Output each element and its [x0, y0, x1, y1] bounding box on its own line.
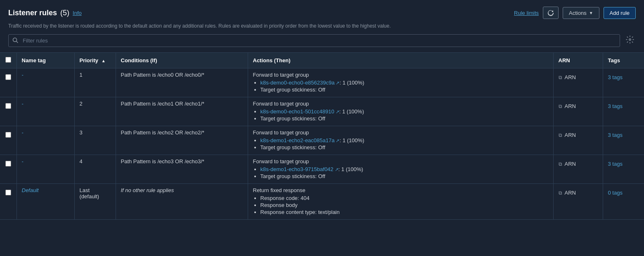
row2-condition-text: Path Pattern is /echo1 OR /echo1/*: [121, 101, 204, 107]
row1-arn: ⧉ ARN: [553, 68, 603, 97]
refresh-button[interactable]: [543, 7, 559, 19]
row1-priority: 1: [74, 68, 116, 97]
row4-action-title: Forward to target group: [253, 158, 548, 164]
count-badge: (5): [60, 9, 69, 17]
row2-priority: 2: [74, 97, 116, 126]
rule-limits-link[interactable]: Rule limits: [514, 10, 539, 16]
row5-tags-link[interactable]: 0 tags: [608, 190, 639, 196]
row2-name-link[interactable]: -: [22, 101, 24, 107]
row2-checkbox[interactable]: [5, 103, 11, 109]
row4-arn-text: ARN: [565, 161, 576, 167]
row2-stickiness-item: Target group stickiness: Off: [260, 115, 548, 122]
table-row: Default Last (default) If no other rule …: [0, 184, 644, 220]
row1-name-tag: -: [17, 68, 74, 97]
row4-name-tag: -: [17, 155, 74, 184]
row1-tags-link[interactable]: 3 tags: [608, 74, 639, 80]
conditions-label: Conditions (If): [121, 57, 157, 63]
row2-target-item: k8s-demo0-echo1-501cc48910↗: 1 (100%): [260, 108, 548, 115]
header-priority[interactable]: Priority ▲: [74, 53, 116, 68]
row3-arn-text: ARN: [565, 132, 576, 138]
row2-name-tag: -: [17, 97, 74, 126]
row1-checkbox[interactable]: [5, 74, 11, 80]
arn-label: ARN: [559, 57, 570, 63]
row2-tags-link[interactable]: 3 tags: [608, 103, 639, 109]
description-text: Traffic received by the listener is rout…: [0, 23, 644, 34]
add-rule-button[interactable]: Add rule: [604, 7, 636, 19]
row4-checkbox-cell: [0, 155, 17, 184]
header-arn: ARN: [553, 53, 603, 68]
row1-condition: Path Pattern is /echo0 OR /echo0/*: [116, 68, 248, 97]
row3-tags-link[interactable]: 3 tags: [608, 132, 639, 138]
row4-checkbox[interactable]: [5, 161, 11, 167]
row1-action-title: Forward to target group: [253, 72, 548, 78]
row5-checkbox-cell: [0, 184, 17, 220]
header-name-tag: Name tag: [17, 53, 74, 68]
row4-name-link[interactable]: -: [22, 158, 24, 164]
row4-stickiness-item: Target group stickiness: Off: [260, 173, 548, 179]
row2-tags: 3 tags: [603, 97, 644, 126]
header-right: Rule limits Actions ▼ Add rule: [514, 7, 636, 19]
page-title: Listener rules: [8, 9, 57, 17]
page-header: Listener rules (5) Info Rule limits Acti…: [0, 0, 644, 23]
row5-checkbox[interactable]: [5, 190, 11, 195]
priority-label: Priority: [80, 57, 99, 63]
search-input[interactable]: [8, 34, 620, 47]
row5-tags: 0 tags: [603, 184, 644, 220]
copy-icon[interactable]: ⧉: [559, 161, 562, 167]
row2-target-link[interactable]: k8s-demo0-echo1-501cc48910: [260, 108, 334, 115]
row1-checkbox-cell: [0, 68, 17, 97]
copy-icon[interactable]: ⧉: [559, 190, 562, 196]
row3-condition: Path Pattern is /echo2 OR /echo2/*: [116, 126, 248, 155]
select-all-checkbox[interactable]: [5, 57, 11, 63]
search-container: [8, 34, 620, 47]
table-wrapper: Name tag Priority ▲ Conditions (If) Acti…: [0, 52, 644, 220]
row4-condition-text: Path Pattern is /echo3 OR /echo3/*: [121, 158, 204, 164]
row4-target-link[interactable]: k8s-demo1-echo3-9715baf042: [260, 166, 334, 172]
external-link-icon: ↗: [335, 167, 339, 172]
settings-icon[interactable]: [624, 34, 636, 47]
copy-icon[interactable]: ⧉: [559, 75, 562, 80]
rules-table: Name tag Priority ▲ Conditions (If) Acti…: [0, 53, 644, 220]
actions-label: Actions: [569, 10, 587, 16]
row3-action-title: Forward to target group: [253, 129, 548, 136]
row2-condition: Path Pattern is /echo1 OR /echo1/*: [116, 97, 248, 126]
row4-priority: 4: [74, 155, 116, 184]
row5-arn: ⧉ ARN: [553, 184, 603, 220]
copy-icon[interactable]: ⧉: [559, 103, 562, 109]
row5-response-content: Response content type: text/plain: [260, 209, 548, 215]
row1-arn-text: ARN: [565, 74, 576, 80]
row3-priority: 3: [74, 126, 116, 155]
header-left: Listener rules (5) Info: [8, 9, 82, 17]
table-header-row: Name tag Priority ▲ Conditions (If) Acti…: [0, 53, 644, 68]
table-row: - 4 Path Pattern is /echo3 OR /echo3/* F…: [0, 155, 644, 184]
row3-name-tag: -: [17, 126, 74, 155]
row1-stickiness-item: Target group stickiness: Off: [260, 87, 548, 93]
row4-priority-value: 4: [80, 158, 83, 164]
actions-then-label: Actions (Then): [253, 57, 291, 63]
row3-target-link[interactable]: k8s-demo1-echo2-eac085a17a: [260, 137, 335, 143]
row5-action-title: Return fixed response: [253, 187, 548, 193]
header-checkbox-cell: [0, 53, 17, 68]
row5-priority-sub: (default): [80, 193, 111, 200]
row4-tags: 3 tags: [603, 155, 644, 184]
row1-tags: 3 tags: [603, 68, 644, 97]
actions-button[interactable]: Actions ▼: [563, 7, 599, 19]
info-link[interactable]: Info: [73, 10, 82, 16]
name-tag-label: Name tag: [22, 57, 46, 63]
row3-tags: 3 tags: [603, 126, 644, 155]
row3-name-link[interactable]: -: [22, 129, 24, 136]
tags-label: Tags: [608, 57, 620, 63]
row5-response-body: Response body: [260, 202, 548, 208]
row2-checkbox-cell: [0, 97, 17, 126]
row3-action: Forward to target group k8s-demo1-echo2-…: [248, 126, 553, 155]
table-row: - 2 Path Pattern is /echo1 OR /echo1/* F…: [0, 97, 644, 126]
row5-default-link[interactable]: Default: [22, 187, 39, 193]
row5-priority-last: Last: [80, 187, 111, 193]
row3-checkbox[interactable]: [5, 132, 11, 138]
add-rule-label: Add rule: [610, 10, 630, 16]
row1-target-link[interactable]: k8s-demo0-echo0-e856239c9a: [260, 80, 335, 86]
row1-name-link[interactable]: -: [22, 72, 24, 78]
row4-tags-link[interactable]: 3 tags: [608, 161, 639, 167]
copy-icon[interactable]: ⧉: [559, 132, 562, 138]
svg-line-1: [17, 41, 18, 43]
